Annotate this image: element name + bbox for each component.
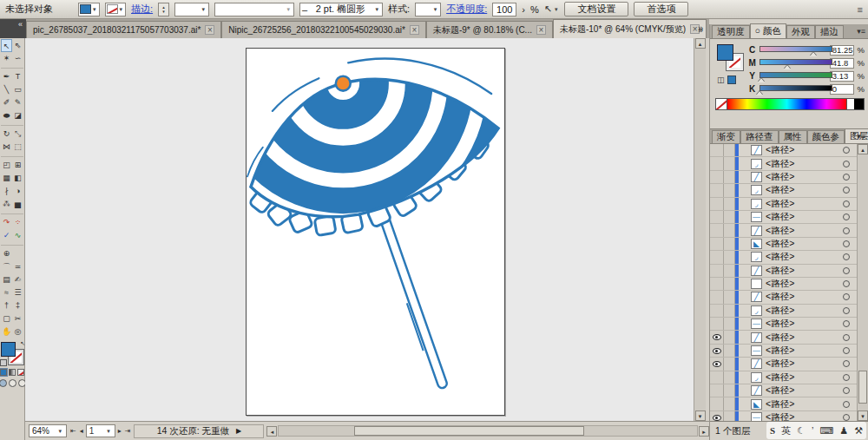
slider-track[interactable]	[760, 85, 832, 91]
chevron-down-icon[interactable]: ▾	[105, 428, 112, 435]
target-icon[interactable]	[843, 227, 850, 234]
sogou-logo[interactable]: S	[770, 425, 775, 436]
tool-perspective-grid[interactable]: ⊞	[12, 159, 23, 172]
tool-envelope-mesh[interactable]: ≃	[12, 260, 23, 273]
control-panel-menu-icon[interactable]: ≡	[858, 4, 863, 15]
lock-toggle[interactable]	[724, 157, 735, 169]
visibility-toggle[interactable]	[710, 305, 724, 317]
lock-toggle[interactable]	[724, 211, 735, 223]
document-tab[interactable]: pic_26785037_20180321175057703037.ai* ×	[26, 21, 221, 38]
keyboard-icon[interactable]: ⌨	[819, 425, 833, 437]
tool-scale[interactable]: ⤡	[12, 128, 23, 141]
tool-align-list[interactable]: ☰	[12, 286, 23, 299]
visibility-toggle[interactable]	[710, 345, 724, 357]
tool-free-transform[interactable]: ⬚	[12, 141, 23, 154]
slider-marker[interactable]	[784, 65, 791, 69]
lock-toggle[interactable]	[724, 238, 735, 250]
target-icon[interactable]	[843, 414, 850, 421]
panel-tab[interactable]: 渐变	[712, 130, 740, 143]
variable-width-combo[interactable]: – 2 pt. 椭圆形 ▾	[299, 3, 383, 16]
slider-track[interactable]	[760, 72, 832, 78]
visibility-toggle[interactable]	[710, 278, 724, 290]
layer-row[interactable]: — <路径>	[710, 345, 857, 358]
target-icon[interactable]	[843, 374, 850, 381]
target-icon[interactable]	[843, 334, 850, 341]
visibility-toggle[interactable]	[710, 371, 724, 384]
stroke-none-swatch[interactable]	[107, 4, 118, 14]
tool-hand[interactable]: ✋	[1, 325, 12, 338]
lock-toggle[interactable]	[724, 184, 735, 196]
tool-eraser[interactable]: ◪	[12, 109, 23, 122]
visibility-toggle[interactable]	[710, 358, 724, 370]
target-icon[interactable]	[843, 253, 850, 260]
panel-tab[interactable]: 属性	[779, 130, 807, 143]
slider-track[interactable]	[760, 59, 832, 65]
visibility-toggle[interactable]	[710, 184, 724, 196]
tool-scatter-tool[interactable]: ⁘	[12, 216, 23, 229]
lock-toggle[interactable]	[724, 318, 735, 330]
next-artboard-icon[interactable]: ▸	[117, 427, 122, 435]
panel-tab[interactable]: 透明度	[712, 25, 750, 38]
layer-row[interactable]: ╱ <路径>	[710, 384, 857, 397]
tool-measure-b[interactable]: ‡	[12, 299, 23, 312]
draw-normal-button[interactable]	[0, 379, 7, 387]
prev-artboard-icon[interactable]: ◂	[79, 427, 84, 435]
color-panel-menu-icon[interactable]: ▾≡	[857, 27, 865, 36]
document-setup-button[interactable]: 文档设置	[564, 2, 628, 16]
layer-row[interactable]: ╱ <路径>	[710, 291, 857, 304]
scroll-up-icon[interactable]: ▴	[695, 38, 706, 49]
slider-marker[interactable]	[810, 52, 817, 56]
tool-selection[interactable]: ↖	[1, 39, 12, 52]
scroll-left-icon[interactable]: ◂	[266, 426, 277, 437]
visibility-toggle[interactable]	[710, 411, 724, 421]
layer-row[interactable]: ◞ <路径>	[710, 157, 857, 170]
color-button[interactable]	[0, 369, 7, 376]
tool-eyedropper[interactable]: ∤	[1, 185, 12, 198]
lock-toggle[interactable]	[724, 171, 735, 183]
chevron-down-icon[interactable]: ▾	[374, 6, 381, 13]
tool-sketch[interactable]: ✍	[12, 273, 23, 286]
target-icon[interactable]	[843, 401, 850, 408]
lock-toggle[interactable]	[724, 265, 735, 277]
tool-pencil[interactable]: ✎	[12, 96, 23, 109]
visibility-toggle[interactable]	[710, 211, 724, 223]
fill-stroke-proxy[interactable]: ↖	[1, 342, 23, 364]
canvas-area[interactable]	[25, 38, 697, 421]
layer-row[interactable]: <路径>	[710, 278, 857, 291]
target-icon[interactable]	[843, 360, 850, 367]
document-tab[interactable]: 未标题-9* @ 80.18% (C... ×	[426, 21, 553, 38]
channel-value[interactable]: 3.13	[830, 71, 854, 82]
target-icon[interactable]	[843, 187, 850, 194]
dock-collapse-icon[interactable]: »	[698, 25, 703, 35]
opacity-link[interactable]: 不透明度:	[446, 3, 487, 16]
tool-graph-grid[interactable]: ▤	[1, 273, 12, 286]
tool-width-tool[interactable]: ⋈	[1, 141, 12, 154]
tool-rectangle[interactable]: ▭	[12, 83, 23, 96]
tool-zoom[interactable]: ◎	[12, 325, 23, 338]
panel-tab[interactable]: ○ 颜色	[750, 23, 786, 38]
layer-row[interactable]: — <路径>	[710, 211, 857, 224]
lock-toggle[interactable]	[724, 305, 735, 317]
visibility-toggle[interactable]	[710, 198, 724, 210]
target-icon[interactable]	[843, 161, 850, 167]
fill-color-combo[interactable]: ▾	[78, 3, 100, 16]
channel-value[interactable]: 81.25	[830, 45, 854, 56]
layers-panel-menu-icon[interactable]: ▾≡	[857, 132, 865, 141]
visibility-toggle[interactable]	[710, 265, 724, 277]
tool-blend[interactable]: ◑	[12, 185, 23, 198]
lock-toggle[interactable]	[724, 371, 735, 384]
channel-value[interactable]: 41.8	[830, 58, 854, 69]
scroll-up-icon[interactable]: ▴	[858, 144, 868, 154]
none-swatch[interactable]	[716, 99, 727, 109]
chevron-down-icon[interactable]: ▾	[56, 428, 63, 435]
lock-toggle[interactable]	[724, 384, 735, 397]
tool-rotate[interactable]: ↻	[1, 128, 12, 141]
scroll-down-icon[interactable]: ▾	[858, 410, 868, 421]
lock-toggle[interactable]	[724, 198, 735, 210]
visibility-toggle[interactable]	[710, 157, 724, 169]
lock-toggle[interactable]	[724, 278, 735, 290]
target-icon[interactable]	[843, 387, 850, 394]
fill-proxy[interactable]	[1, 342, 16, 357]
slider-track[interactable]	[760, 46, 832, 52]
chevron-down-icon[interactable]: ▾	[286, 6, 293, 13]
